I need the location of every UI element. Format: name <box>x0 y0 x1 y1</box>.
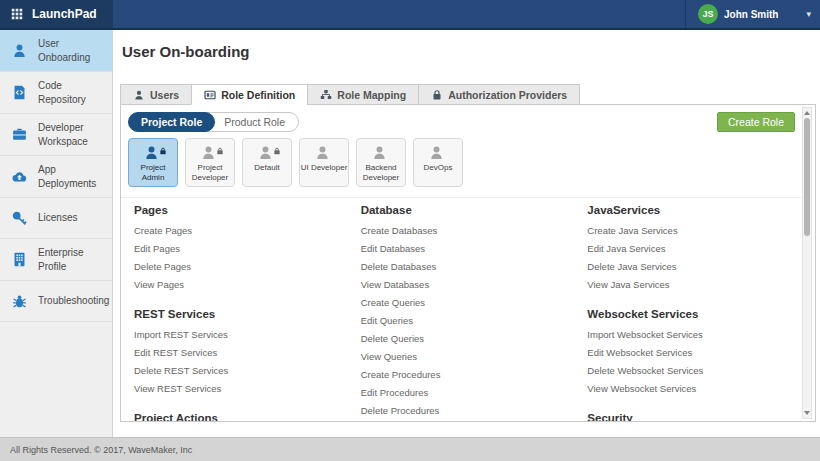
scroll-up-button[interactable] <box>804 111 810 115</box>
permission-item: Edit REST Services <box>134 343 348 361</box>
lock-icon <box>216 141 224 159</box>
create-role-button[interactable]: Create Role <box>717 112 795 132</box>
role-card-label: Project Admin <box>129 163 177 183</box>
main-content: User On-boarding Users Role Definition R… <box>113 30 820 437</box>
role-card-ui-developer[interactable]: UI Developer <box>299 138 349 187</box>
role-type-toggle: Project Role Product Role <box>128 112 299 132</box>
permissions-column-1: PagesCreate PagesEdit PagesDelete PagesV… <box>121 197 348 421</box>
permission-item: Edit Java Services <box>587 239 801 257</box>
toggle-product-role[interactable]: Product Role <box>203 112 299 132</box>
user-icon <box>143 144 160 161</box>
briefcase-icon <box>0 126 38 143</box>
lock-icon <box>159 141 167 159</box>
permission-item: View Websocket Services <box>587 379 801 397</box>
vertical-scrollbar[interactable] <box>802 107 812 419</box>
permission-item: View Databases <box>361 275 575 293</box>
sidebar-item-label: User Onboarding <box>38 37 110 64</box>
lock-icon <box>431 89 443 101</box>
permission-item: Create Pages <box>134 221 348 239</box>
permission-section-title: Websocket Services <box>587 308 801 320</box>
permission-item: Edit Queries <box>361 311 575 329</box>
permission-item: Delete Websocket Services <box>587 361 801 379</box>
sitemap-icon <box>320 89 332 101</box>
sidebar-item-developer-workspace[interactable]: Developer Workspace <box>0 114 112 156</box>
app-logo[interactable]: LaunchPad <box>0 0 113 28</box>
user-icon <box>133 89 145 101</box>
scroll-down-button[interactable] <box>804 411 810 415</box>
permission-item: Edit Pages <box>134 239 348 257</box>
permission-item: Create Procedures <box>361 365 575 383</box>
sidebar-item-code-repository[interactable]: Code Repository <box>0 72 112 114</box>
tab-label: Users <box>150 89 179 101</box>
top-navbar: LaunchPad JS John Smith ▾ <box>0 0 820 30</box>
app-title: LaunchPad <box>32 7 97 21</box>
user-icon <box>371 144 388 161</box>
permission-item: Delete Queries <box>361 329 575 347</box>
permission-item: View REST Services <box>134 379 348 397</box>
id-card-icon <box>204 89 216 101</box>
role-card-project-admin[interactable]: Project Admin <box>128 138 178 187</box>
permission-item: Import REST Services <box>134 325 348 343</box>
user-icon <box>0 42 38 59</box>
role-card-list: Project Admin Project Developer Default … <box>128 138 463 187</box>
role-card-devops[interactable]: DevOps <box>413 138 463 187</box>
permissions-area: PagesCreate PagesEdit PagesDelete PagesV… <box>121 197 801 421</box>
sidebar-item-troubleshooting[interactable]: Troubleshooting <box>0 281 112 322</box>
permission-item: Create Java Services <box>587 221 801 239</box>
tab-label: Role Mapping <box>337 89 406 101</box>
tab-role-definition[interactable]: Role Definition <box>191 84 308 105</box>
permission-section-title: Security <box>587 412 801 421</box>
role-card-project-developer[interactable]: Project Developer <box>185 138 235 187</box>
cloud-upload-icon <box>0 168 38 185</box>
code-file-icon <box>0 84 38 101</box>
user-name: John Smith <box>724 9 778 20</box>
sidebar-item-user-onboarding[interactable]: User Onboarding <box>0 30 112 72</box>
sidebar-item-app-deployments[interactable]: App Deployments <box>0 156 112 198</box>
role-card-label: Backend Developer <box>357 163 405 183</box>
permission-item: Delete Pages <box>134 257 348 275</box>
user-menu[interactable]: JS John Smith ▾ <box>685 0 820 28</box>
user-icon <box>428 144 445 161</box>
permission-section-title: REST Services <box>134 308 348 320</box>
permission-section-title: Pages <box>134 204 348 216</box>
page-title: User On-boarding <box>122 43 250 60</box>
role-card-default[interactable]: Default <box>242 138 292 187</box>
sidebar-item-label: Code Repository <box>38 79 110 106</box>
permissions-column-3: JavaServicesCreate Java ServicesEdit Jav… <box>574 197 801 421</box>
tab-label: Authorization Providers <box>448 89 567 101</box>
building-icon <box>0 251 38 268</box>
permission-item: Edit Websocket Services <box>587 343 801 361</box>
scrollbar-thumb[interactable] <box>804 118 810 236</box>
copyright-text: All Rights Reserved. © 2017, WaveMaker, … <box>10 445 192 455</box>
permission-item: Import Websocket Services <box>587 325 801 343</box>
permission-section-title: Database <box>361 204 575 216</box>
role-card-label: Project Developer <box>186 163 234 183</box>
tab-authorization-providers[interactable]: Authorization Providers <box>418 84 580 105</box>
permission-item: Edit Procedures <box>361 383 575 401</box>
permission-item: Delete Procedures <box>361 401 575 419</box>
user-icon <box>200 144 217 161</box>
key-icon <box>0 210 38 227</box>
sidebar-item-label: App Deployments <box>38 163 110 190</box>
lock-icon <box>273 141 281 159</box>
role-card-label: Default <box>254 163 279 173</box>
tab-users[interactable]: Users <box>120 84 192 105</box>
sidebar-item-enterprise-profile[interactable]: Enterprise Profile <box>0 239 112 281</box>
permissions-column-2: DatabaseCreate DatabasesEdit DatabasesDe… <box>348 197 575 421</box>
tab-role-mapping[interactable]: Role Mapping <box>307 84 419 105</box>
sidebar-item-licenses[interactable]: Licenses <box>0 198 112 239</box>
sidebar-item-label: Developer Workspace <box>38 121 110 148</box>
apps-grid-icon <box>10 7 24 21</box>
sidebar-item-label: Enterprise Profile <box>38 246 110 273</box>
sidebar: User Onboarding Code Repository Develope… <box>0 30 113 437</box>
role-card-backend-developer[interactable]: Backend Developer <box>356 138 406 187</box>
chevron-down-icon: ▾ <box>806 9 811 19</box>
toggle-project-role[interactable]: Project Role <box>128 112 215 132</box>
role-card-label: UI Developer <box>301 163 348 173</box>
permission-item: Edit Databases <box>361 239 575 257</box>
user-icon <box>257 144 274 161</box>
permission-item: Delete Java Services <box>587 257 801 275</box>
sidebar-item-label: Licenses <box>38 211 79 225</box>
bug-icon <box>0 293 38 310</box>
role-definition-panel: Project Role Product Role Create Role Pr… <box>120 104 816 422</box>
